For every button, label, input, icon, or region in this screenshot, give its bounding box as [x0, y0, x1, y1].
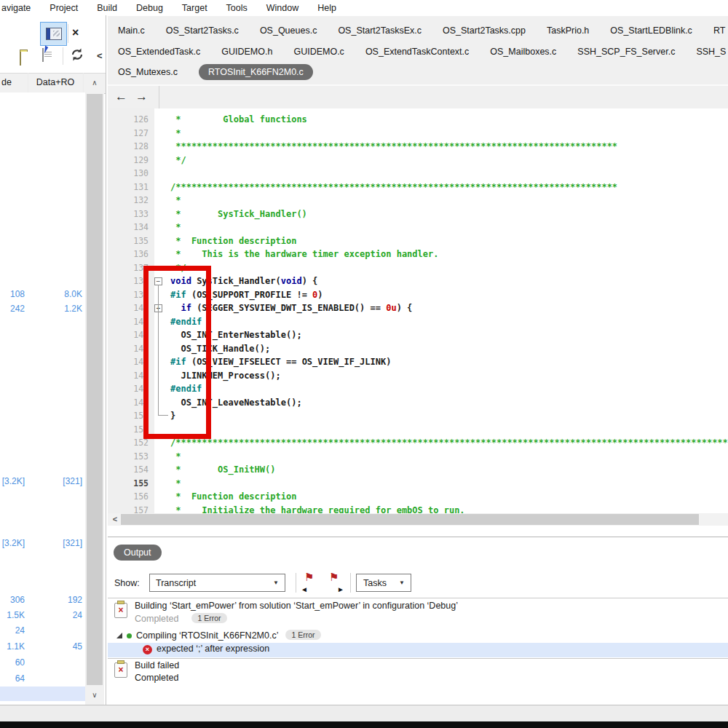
code-line-127[interactable]: 127 * — [108, 127, 728, 141]
menu-item-tools[interactable]: Tools — [217, 3, 257, 13]
code-line-128[interactable]: 128 ************************************… — [108, 140, 728, 154]
code-line-text: * — [170, 127, 181, 141]
tasks-dropdown[interactable]: Tasks ▼ — [356, 574, 411, 592]
symbol-row[interactable]: 2421.2K — [0, 304, 85, 317]
code-line-135[interactable]: 135 * Function description — [108, 234, 728, 248]
tab-os-start2tasks-c[interactable]: OS_Start2Tasks.c — [166, 25, 239, 36]
tab-rt[interactable]: RT — [713, 25, 725, 36]
tab-ssh-s[interactable]: SSH_S — [696, 47, 726, 57]
panel-view-button[interactable] — [40, 22, 67, 46]
window-icon — [46, 28, 62, 40]
code-line-136[interactable]: 136 * This is the hardware timer excepti… — [108, 248, 728, 261]
menu-item-project[interactable]: Project — [40, 3, 87, 13]
transcript-dropdown[interactable]: Transcript ▼ — [149, 574, 285, 592]
hscrollbar-thumb[interactable] — [121, 514, 699, 525]
tab-os-queues-c[interactable]: OS_Queues.c — [260, 25, 317, 36]
code-line-129[interactable]: 129 */ — [108, 154, 728, 167]
line-number: 137 — [108, 261, 149, 275]
code-line-157[interactable]: 157 * Initialize the hardware required f… — [108, 504, 728, 514]
code-line-text: */ — [170, 154, 186, 167]
close-icon[interactable]: × — [72, 25, 79, 41]
code-line-133[interactable]: 133 * SysTick_Handler() — [108, 207, 728, 221]
menu-item-avigate[interactable]: avigate — [0, 3, 40, 13]
tab-active-rtosinit[interactable]: RTOSInit_K66FN2M0.c — [199, 64, 313, 80]
tab-guidemo-h[interactable]: GUIDEMO.h — [221, 47, 272, 57]
expander-triangle-icon[interactable] — [116, 633, 122, 638]
panel-splitter[interactable] — [106, 15, 106, 705]
build-report-icon: × — [114, 603, 127, 618]
symbol-code-size: 242 — [0, 304, 25, 314]
toolbar-separator — [63, 47, 63, 65]
next-error-button[interactable]: ⚑ ► — [325, 573, 345, 592]
folder-icon[interactable] — [20, 52, 21, 66]
symbol-data-size: 8.0K — [26, 289, 82, 299]
code-line-130[interactable]: 130 — [108, 167, 728, 181]
code-line-153[interactable]: 153 * — [108, 450, 728, 464]
tab-taskprio-h[interactable]: TaskPrio.h — [547, 25, 589, 36]
tab-os-extendedtask-c[interactable]: OS_ExtendedTask.c — [118, 47, 200, 57]
tab-guidemo-c[interactable]: GUIDEMO.c — [293, 47, 344, 57]
tab-os-startledblink-c[interactable]: OS_StartLEDBlink.c — [610, 25, 692, 36]
line-number: 156 — [108, 490, 149, 504]
symbol-row[interactable]: 24 — [0, 625, 85, 638]
tab-os-start2tasks-cpp[interactable]: OS_Start2Tasks.cpp — [443, 25, 526, 36]
symbol-row[interactable]: 64 — [0, 673, 85, 687]
symbol-row[interactable]: [3.2K][321] — [0, 538, 85, 551]
line-number: 153 — [108, 450, 149, 464]
tab-os-start2tasksex-c[interactable]: OS_Start2TasksEx.c — [338, 25, 422, 36]
tab-main-c[interactable]: Main.c — [118, 25, 145, 36]
tab-os-mutexes[interactable]: OS_Mutexes.c — [118, 67, 178, 77]
previous-error-button[interactable]: ⚑ ◄ — [300, 573, 320, 592]
tab-os-extendtaskcontext-c[interactable]: OS_ExtendTaskContext.c — [365, 47, 469, 57]
menu-item-help[interactable]: Help — [308, 3, 346, 13]
menu-item-build[interactable]: Build — [87, 3, 127, 13]
symbol-code-size: 306 — [0, 595, 25, 605]
output-panel-tab[interactable]: Output — [114, 545, 162, 561]
navigate-back-icon[interactable]: ← — [115, 90, 127, 104]
symbol-row[interactable]: 1.5K24 — [0, 610, 85, 623]
build-message-status: Completed1 Error — [135, 613, 227, 624]
symbol-row[interactable]: 1.1K45 — [0, 641, 85, 654]
menu-item-debug[interactable]: Debug — [127, 3, 173, 13]
tab-ssh-scp-fs-server-c[interactable]: SSH_SCP_FS_Server.c — [577, 47, 675, 57]
arrow-left-icon: ◄ — [301, 585, 308, 593]
symbol-code-size: 108 — [0, 289, 25, 299]
scrollbar-thumb[interactable] — [87, 94, 103, 685]
refresh-icon[interactable] — [69, 47, 85, 65]
scroll-up-icon[interactable]: ∧ — [85, 76, 104, 90]
scroll-left-icon[interactable]: < — [109, 513, 121, 526]
column-header-code[interactable]: de — [1, 77, 12, 87]
error-message-text[interactable]: expected ‘;’ after expression — [157, 644, 269, 654]
code-line-132[interactable]: 132 * — [108, 194, 728, 207]
code-line-text: * Global functions — [170, 113, 307, 127]
code-line-134[interactable]: 134 * — [108, 221, 728, 234]
code-line-131[interactable]: 131/************************************… — [108, 181, 728, 194]
symbol-row[interactable]: [3.2K][321] — [0, 476, 85, 489]
build-message-title[interactable]: Building ‘Start_emPower’ from solution ‘… — [135, 601, 458, 611]
code-line-126[interactable]: 126 * Global functions — [108, 113, 728, 127]
editor-tabstrip: Main.cOS_Start2Tasks.cOS_Queues.cOS_Star… — [108, 16, 728, 84]
column-header-data-ro[interactable]: Data+RO — [28, 77, 83, 87]
symbol-row[interactable]: 60 — [0, 657, 85, 670]
build-failed-title[interactable]: Build failed — [135, 660, 179, 670]
line-number: 134 — [108, 221, 149, 234]
menu-item-target[interactable]: Target — [173, 3, 217, 13]
symbol-row[interactable]: 306192 — [0, 595, 85, 608]
code-line-154[interactable]: 154 * OS_InitHW() — [108, 463, 728, 477]
editor-hscrollbar[interactable]: < — [108, 513, 728, 526]
tab-os-mailboxes-c[interactable]: OS_Mailboxes.c — [490, 47, 556, 57]
selected-symbol-row[interactable] — [0, 687, 85, 701]
code-line-155[interactable]: 155 * — [108, 477, 728, 491]
compile-message[interactable]: Compiling ‘RTOSInit_K66FN2M0.c’1 Error — [136, 630, 321, 641]
status-bar — [0, 705, 728, 721]
scroll-down-icon[interactable]: ∨ — [85, 689, 104, 702]
code-line-156[interactable]: 156 * Function description — [108, 490, 728, 504]
navigate-forward-icon[interactable]: → — [135, 90, 148, 104]
menu-item-window[interactable]: Window — [257, 3, 308, 13]
properties-icon[interactable] — [42, 48, 44, 62]
line-number: 138 — [108, 274, 149, 288]
tab-row-2: OS_ExtendedTask.cGUIDEMO.hGUIDEMO.cOS_Ex… — [108, 42, 728, 61]
symbols-panel: × < de Data+RO 1088.0K2421.2K[3.2K][321]… — [0, 15, 106, 705]
collapse-left-icon[interactable]: < — [97, 50, 103, 61]
symbol-row[interactable]: 1088.0K — [0, 289, 85, 302]
